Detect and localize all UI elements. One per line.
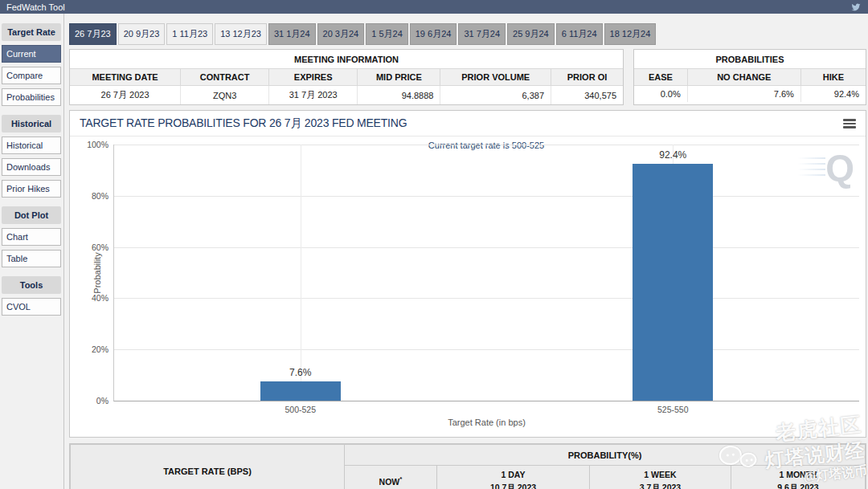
value-prior-volume: 6,387	[440, 86, 551, 105]
value-meeting-date: 26 7月 2023	[70, 86, 181, 105]
col-prior-oi: PRIOR OI	[551, 69, 623, 86]
meeting-information-table: MEETING DATE CONTRACT EXPIRES MID PRICE …	[70, 68, 623, 104]
bar-value-label: 7.6%	[289, 367, 311, 378]
col-1-month: 1 MONTH9 6月 2023	[731, 466, 866, 489]
col-ease: EASE	[634, 69, 687, 86]
col-mid-price: MID PRICE	[358, 69, 440, 86]
sidebar-item-downloads[interactable]: Downloads	[2, 158, 61, 176]
probability-history-table: TARGET RATE (BPS) PROBABILITY(%) NOW* 1 …	[69, 443, 866, 489]
meeting-information-panel: MEETING INFORMATION MEETING DATE CONTRAC…	[69, 49, 624, 105]
value-expires: 31 7月 2023	[269, 86, 358, 105]
value-ease: 0.0%	[634, 86, 687, 103]
sidebar-item-historical[interactable]: Historical	[2, 137, 61, 154]
now-footnote: *	[399, 475, 402, 483]
col-meeting-date: MEETING DATE	[70, 69, 181, 86]
gridline	[114, 145, 859, 145]
probability-group-header: PROBABILITY(%)	[345, 445, 866, 466]
sidebar-section-dot-plot: Dot Plot Chart Table	[2, 206, 61, 267]
bar-chart-plot: 0% 20% 40% 60% 80% 100% Probability 7.6%…	[113, 145, 859, 401]
sidebar-item-current[interactable]: Current	[2, 45, 61, 63]
tab-meeting-2[interactable]: 1 11月23	[166, 23, 213, 45]
bar-value-label: 92.4%	[659, 149, 686, 161]
y-tick: 100%	[76, 140, 108, 149]
sidebar-item-table[interactable]: Table	[2, 250, 61, 267]
sidebar-header-target-rate: Target Rate	[2, 23, 61, 41]
tab-meeting-1[interactable]: 20 9月23	[118, 23, 166, 45]
gridline	[301, 145, 301, 401]
x-axis-label: Target Rate (in bps)	[448, 418, 526, 427]
main-content: 26 7月23 20 9月23 1 11月23 13 12月23 31 1月24…	[64, 14, 868, 489]
sidebar-section-target-rate: Target Rate Current Compare Probabilitie…	[2, 23, 61, 106]
sidebar-section-tools: Tools CVOL	[2, 276, 61, 316]
y-tick: 0%	[76, 396, 108, 405]
sidebar: Target Rate Current Compare Probabilitie…	[0, 14, 64, 489]
x-tick: 500-525	[285, 405, 316, 414]
tab-meeting-8[interactable]: 31 7月24	[458, 23, 506, 45]
sidebar-item-cvol[interactable]: CVOL	[2, 298, 61, 316]
value-contract: ZQN3	[181, 86, 269, 105]
sidebar-header-tools: Tools	[2, 276, 61, 294]
sidebar-item-chart[interactable]: Chart	[2, 228, 61, 246]
col-1-week: 1 WEEK3 7月 2023	[590, 466, 731, 489]
meeting-information-title: MEETING INFORMATION	[70, 50, 623, 68]
col-expires: EXPIRES	[269, 69, 358, 86]
sidebar-header-dot-plot: Dot Plot	[2, 206, 61, 224]
bar-525-550[interactable]: 92.4%	[633, 164, 713, 401]
col-no-change: NO CHANGE	[687, 69, 800, 86]
fedwatch-app: FedWatch Tool Target Rate Current Compar…	[0, 0, 868, 489]
tab-meeting-9[interactable]: 25 9月24	[507, 23, 555, 45]
col-1-day: 1 DAY10 7月 2023	[437, 466, 590, 489]
y-axis-label: Probability	[92, 185, 104, 361]
sidebar-section-historical: Historical Historical Downloads Prior Hi…	[2, 115, 61, 198]
app-title: FedWatch Tool	[6, 2, 65, 12]
tab-meeting-7[interactable]: 19 6月24	[410, 23, 457, 45]
col-hike: HIKE	[800, 69, 866, 86]
probabilities-table: EASE NO CHANGE HIKE 0.0% 7.6% 92.4%	[634, 68, 866, 102]
col-prior-volume: PRIOR VOLUME	[440, 69, 551, 86]
value-prior-oi: 340,575	[551, 86, 623, 105]
tab-meeting-0[interactable]: 26 7月23	[69, 23, 117, 45]
target-rate-bps-header: TARGET RATE (BPS)	[71, 445, 345, 489]
probabilities-panel: PROBABILITIES EASE NO CHANGE HIKE 0.0% 7…	[633, 49, 866, 105]
target-rate-chart-panel: TARGET RATE PROBABILITIES FOR 26 7月 2023…	[69, 110, 866, 438]
sidebar-item-compare[interactable]: Compare	[2, 67, 61, 84]
gridline	[114, 349, 859, 350]
gridline	[114, 298, 859, 299]
sidebar-item-prior-hikes[interactable]: Prior Hikes	[2, 180, 61, 198]
bar-500-525[interactable]: 7.6%	[260, 381, 341, 401]
sidebar-item-probabilities[interactable]: Probabilities	[2, 88, 61, 106]
value-no-change: 7.6%	[687, 86, 800, 103]
chart-menu-icon[interactable]	[843, 117, 856, 130]
tab-meeting-6[interactable]: 1 5月24	[366, 23, 408, 45]
value-hike: 92.4%	[800, 86, 866, 103]
sidebar-header-historical: Historical	[2, 115, 61, 132]
meeting-date-tabs: 26 7月23 20 9月23 1 11月23 13 12月23 31 1月24…	[69, 23, 866, 45]
q-watermark: Q	[825, 149, 854, 186]
chart-title: TARGET RATE PROBABILITIES FOR 26 7月 2023…	[80, 116, 407, 131]
twitter-icon[interactable]	[850, 2, 862, 12]
x-tick: 525-550	[657, 405, 689, 414]
top-bar: FedWatch Tool	[0, 0, 868, 14]
tab-meeting-5[interactable]: 20 3月24	[317, 23, 365, 45]
gridline	[114, 196, 859, 197]
tab-meeting-3[interactable]: 13 12月23	[215, 23, 267, 45]
col-now: NOW*	[345, 466, 437, 489]
col-contract: CONTRACT	[181, 69, 269, 86]
value-mid-price: 94.8888	[358, 86, 440, 105]
tab-meeting-11[interactable]: 18 12月24	[604, 23, 657, 45]
gridline	[114, 247, 859, 248]
probabilities-title: PROBABILITIES	[634, 50, 866, 68]
tab-meeting-4[interactable]: 31 1月24	[268, 23, 316, 45]
tab-meeting-10[interactable]: 6 11月24	[556, 23, 603, 45]
